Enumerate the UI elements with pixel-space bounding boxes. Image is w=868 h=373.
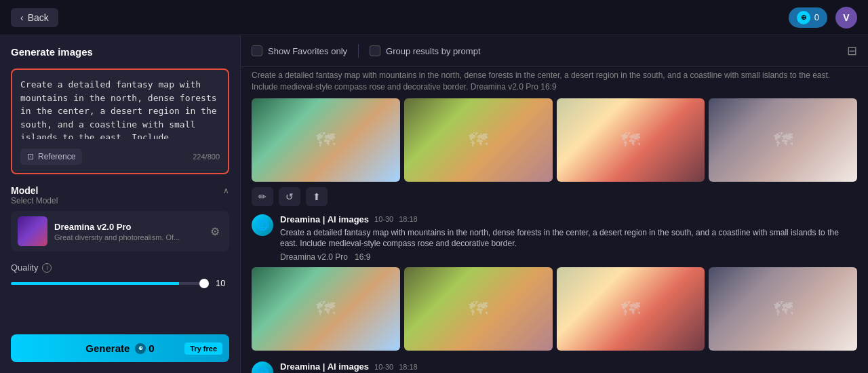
quality-info-icon[interactable]: i xyxy=(42,263,52,273)
top-image-row xyxy=(252,98,857,182)
model-section: Model ∧ Select Model Dreamina v2.0 Pro G… xyxy=(11,185,229,252)
prompt-strip: Create a detailed fantasy map with mount… xyxy=(252,67,857,98)
result-images xyxy=(252,267,857,351)
group-time-range: 10-30 xyxy=(374,215,393,223)
credits-coin-icon: ⊕ xyxy=(135,343,146,354)
right-panel: Show Favorites only Group results by pro… xyxy=(241,35,868,373)
favorites-checkbox-wrap: Show Favorites only xyxy=(252,45,347,56)
prompt-footer: ⊡ Reference 224/800 xyxy=(20,149,220,165)
upload-button[interactable]: ⬆ xyxy=(306,187,328,206)
reference-button[interactable]: ⊡ Reference xyxy=(20,149,82,165)
left-panel: Generate images Create a detailed fantas… xyxy=(0,35,241,373)
model-tag: Dreamina v2.0 Pro xyxy=(280,252,348,262)
group-title: Dreamina | AI images xyxy=(280,361,369,372)
model-name: Dreamina v2.0 Pro xyxy=(54,222,201,232)
group-time: 18:18 xyxy=(399,363,418,371)
char-count: 224/800 xyxy=(193,153,220,161)
result-image[interactable] xyxy=(709,267,857,351)
quality-value: 10 xyxy=(216,278,229,288)
credits-icon: ⊕ xyxy=(797,11,810,24)
quality-section: Quality i 10 xyxy=(11,262,229,288)
group-time: 18:18 xyxy=(399,215,418,223)
toolbar-right: ⊟ xyxy=(847,43,857,58)
bot-avatar: 🌐 xyxy=(252,214,273,236)
result-group-header: 🌐Dreamina | AI images10-3018:18Create a … xyxy=(252,214,857,262)
group-checkbox-wrap: Group results by prompt xyxy=(370,45,480,56)
model-section-header: Model ∧ xyxy=(11,185,229,196)
quality-slider-wrap: 10 xyxy=(11,278,229,288)
group-checkbox[interactable] xyxy=(370,45,380,56)
group-label: Group results by prompt xyxy=(386,46,480,56)
result-group: 🌐Dreamina | AI images10-3018:18Create a … xyxy=(252,361,857,373)
ratio-tag: 16:9 xyxy=(355,252,370,262)
prompt-input[interactable]: Create a detailed fantasy map with mount… xyxy=(20,78,220,139)
image-icon: ⊡ xyxy=(27,152,34,161)
results-toolbar: Show Favorites only Group results by pro… xyxy=(241,35,868,67)
model-description: Great diversity and photorealism. Of... xyxy=(54,233,201,241)
regenerate-button[interactable]: ↺ xyxy=(279,187,300,206)
prompt-area: Create a detailed fantasy map with mount… xyxy=(11,68,229,174)
result-group: 🌐Dreamina | AI images10-3018:18Create a … xyxy=(252,214,857,351)
group-prompt: Create a detailed fantasy map with mount… xyxy=(280,227,857,250)
results-scroll: Create a detailed fantasy map with mount… xyxy=(241,67,868,373)
group-info: Dreamina | AI images10-3018:18Create a d… xyxy=(280,361,857,373)
topbar-right: ⊕ 0 V xyxy=(789,7,857,28)
group-info: Dreamina | AI images10-3018:18Create a d… xyxy=(280,214,857,262)
group-title: Dreamina | AI images xyxy=(280,214,369,224)
generate-credits: ⊕ 0 xyxy=(135,342,154,354)
result-image[interactable] xyxy=(404,98,553,182)
model-section-title: Model xyxy=(11,185,38,196)
result-image[interactable] xyxy=(252,98,400,182)
model-thumbnail xyxy=(18,216,47,246)
avatar[interactable]: V xyxy=(835,7,857,28)
model-info: Dreamina v2.0 Pro Great diversity and ph… xyxy=(54,222,201,241)
chevron-up-icon[interactable]: ∧ xyxy=(223,186,229,195)
result-image[interactable] xyxy=(404,267,553,351)
result-image[interactable] xyxy=(709,98,857,182)
topbar: ‹ Back ⊕ 0 V xyxy=(0,0,868,35)
main-content: Generate images Create a detailed fantas… xyxy=(0,35,868,373)
model-card[interactable]: Dreamina v2.0 Pro Great diversity and ph… xyxy=(11,211,229,252)
toolbar-divider xyxy=(358,44,359,58)
try-free-badge: Try free xyxy=(184,342,222,355)
edit-button[interactable]: ✏ xyxy=(252,187,273,206)
group-time-range: 10-30 xyxy=(374,363,393,371)
folder-button[interactable]: ⊟ xyxy=(847,43,857,58)
action-row: ✏↺⬆ xyxy=(252,187,857,206)
model-settings-button[interactable]: ⚙ xyxy=(208,222,222,241)
result-group-header: 🌐Dreamina | AI images10-3018:18Create a … xyxy=(252,361,857,373)
back-button[interactable]: ‹ Back xyxy=(11,8,58,27)
quality-slider[interactable] xyxy=(11,282,209,285)
result-image[interactable] xyxy=(557,267,705,351)
panel-title: Generate images xyxy=(11,46,229,58)
result-image[interactable] xyxy=(252,267,400,351)
generate-btn-wrap: Generate ⊕ 0 Try free xyxy=(11,334,229,362)
favorites-label: Show Favorites only xyxy=(268,46,347,56)
credits-badge: ⊕ 0 xyxy=(789,7,827,28)
select-model-label: Select Model xyxy=(11,196,229,205)
favorites-checkbox[interactable] xyxy=(252,45,262,56)
bot-avatar: 🌐 xyxy=(252,361,273,373)
quality-label: Quality xyxy=(11,262,38,273)
result-image[interactable] xyxy=(557,98,705,182)
